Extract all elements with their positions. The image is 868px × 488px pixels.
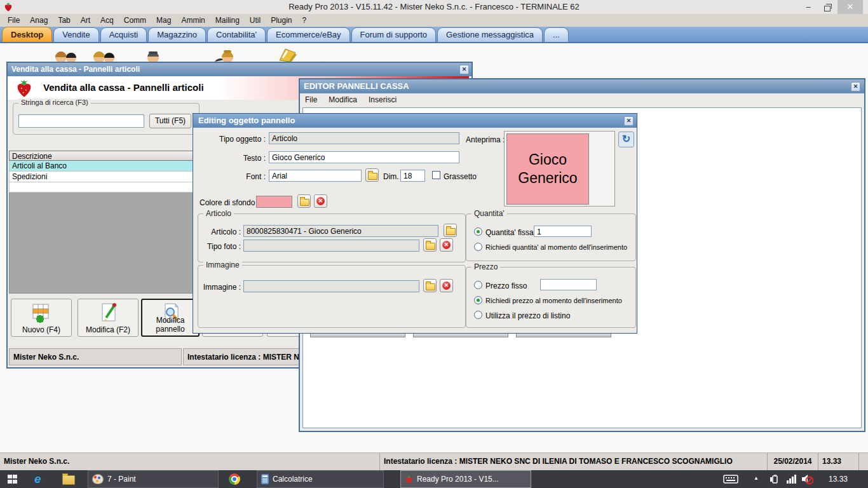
prezzo-fisso-field[interactable] (540, 279, 597, 290)
modifica-pannello-label: Modifica pannello (142, 316, 198, 334)
status-time: 13.33 (818, 453, 859, 470)
editor-menu-file[interactable]: File (305, 95, 317, 104)
immagine-browse-button[interactable] (423, 279, 437, 292)
editor-titlebar[interactable]: EDITOR PANNELLI CASSA (300, 79, 864, 93)
menu-help[interactable]: ? (297, 16, 312, 25)
app-title: Ready Pro 2013 - V15.11.42 - Mister Neko… (0, 0, 868, 14)
desktop-person-icon[interactable] (211, 48, 236, 62)
tab-vendite[interactable]: Vendite (53, 27, 98, 42)
tipo-foto-browse-button[interactable] (423, 238, 437, 252)
tab-contabilita[interactable]: Contabilita' (207, 27, 266, 42)
tab-more[interactable]: ... (544, 27, 569, 42)
restore-button[interactable] (818, 0, 836, 14)
network-signal-icon[interactable] (787, 475, 796, 484)
menu-util[interactable]: Util (245, 16, 266, 25)
tipo-foto-clear-button[interactable]: ✕ (440, 238, 453, 252)
clear-x-icon: ✕ (442, 281, 451, 290)
vendita-header-title: Vendita alla cassa - Pannelli articoli (43, 82, 204, 93)
prezzo-fisso-radio[interactable] (474, 281, 482, 289)
tipo-oggetto-field[interactable]: Articolo (269, 132, 459, 144)
quantita-richiedi-radio[interactable] (474, 243, 482, 251)
minimize-button[interactable]: – (799, 0, 817, 14)
chrome-icon[interactable] (229, 473, 240, 485)
desktop-book-icon[interactable] (277, 48, 297, 62)
dialog-titlebar[interactable]: Editing oggetto pannello (193, 114, 637, 128)
editor-close-icon[interactable]: ✕ (851, 82, 860, 92)
volume-muted-icon[interactable] (801, 473, 813, 485)
tab-magazzino[interactable]: Magazzino (148, 27, 206, 42)
tipo-foto-field[interactable] (243, 240, 419, 252)
list-header[interactable]: Descrizione (9, 151, 197, 161)
screen: Ready Pro 2013 - V15.11.42 - Mister Neko… (0, 0, 868, 488)
desktop-person-hat-icon[interactable] (144, 48, 163, 62)
menu-art[interactable]: Art (76, 16, 95, 25)
desktop-users-icon[interactable] (53, 48, 79, 62)
tray-expand-icon[interactable]: ▲ (754, 475, 759, 481)
menu-mag[interactable]: Mag (151, 16, 176, 25)
taskbar-clock[interactable]: 13.33 (829, 475, 848, 484)
immagine-clear-button[interactable]: ✕ (440, 279, 453, 292)
dim-label: Dim. (383, 172, 399, 181)
taskbar-calc-button[interactable]: Calcolatrice (257, 470, 384, 488)
menu-plugin[interactable]: Plugin (266, 16, 297, 25)
taskbar-readypro-button[interactable]: Ready Pro 2013 - V15... (400, 470, 531, 488)
testo-field[interactable]: Gioco Generico (269, 151, 459, 163)
vendita-close-icon[interactable]: ✕ (459, 65, 469, 74)
menu-anag[interactable]: Anag (25, 16, 53, 25)
menu-acq[interactable]: Acq (95, 16, 119, 25)
panel-button-top-3[interactable] (516, 333, 611, 337)
menu-mailing[interactable]: Mailing (210, 16, 245, 25)
desktop-users2-icon[interactable] (92, 48, 117, 62)
power-icon[interactable] (769, 474, 779, 484)
taskbar-paint-button[interactable]: 7 - Paint (88, 470, 219, 488)
quantita-group-label: Quantita' (471, 209, 507, 218)
prezzo-group-label: Prezzo (471, 262, 500, 271)
prezzo-richiedi-radio[interactable] (474, 296, 482, 304)
nuovo-button[interactable]: Nuovo (F4) (11, 299, 72, 337)
tab-ecommerce[interactable]: Ecommerce/eBay (267, 27, 350, 42)
touch-keyboard-icon[interactable] (723, 475, 738, 484)
status-date: 25/02/2014 (768, 453, 818, 470)
colore-browse-button[interactable] (297, 194, 311, 208)
close-button[interactable]: ✕ (837, 0, 863, 14)
panel-button-top-1[interactable] (310, 333, 405, 337)
immagine-field[interactable] (243, 280, 419, 292)
dim-field[interactable]: 18 (400, 170, 425, 182)
articolo-browse-button[interactable] (444, 224, 457, 237)
tab-acquisti[interactable]: Acquisti (100, 27, 147, 42)
folder-icon (62, 475, 75, 485)
search-input[interactable] (18, 114, 144, 128)
tab-messaggistica[interactable]: Gestione messaggistica (437, 27, 543, 42)
explorer-icon[interactable] (62, 475, 75, 485)
tab-forum[interactable]: Forum di supporto (351, 27, 437, 42)
articolo-field[interactable]: 8000825830471 - Gioco Generico (243, 225, 438, 237)
list-row-empty[interactable] (9, 182, 197, 193)
colore-clear-button[interactable]: ✕ (314, 194, 327, 208)
refresh-button[interactable]: ↻ (618, 132, 634, 147)
prezzo-richiedi-label: Richiedi prezzo al momento dell'inserime… (485, 297, 622, 304)
menu-file[interactable]: File (3, 16, 25, 25)
editor-menu-inserisci[interactable]: Inserisci (369, 95, 397, 104)
list-empty-area (9, 193, 197, 294)
list-row-spedizioni[interactable]: Spedizioni (9, 172, 197, 182)
modifica-button[interactable]: Modifica (F2) (78, 299, 139, 337)
menu-tab[interactable]: Tab (53, 16, 75, 25)
tab-desktop[interactable]: Desktop (2, 27, 52, 42)
ie-icon[interactable]: e (34, 472, 47, 486)
vendita-titlebar[interactable]: Vendita alla cassa - Pannelli articoli (8, 63, 471, 76)
tutti-button[interactable]: Tutti (F5) (149, 114, 191, 128)
grassetto-checkbox[interactable] (432, 171, 440, 179)
quantita-fissa-field[interactable]: 1 (534, 226, 592, 237)
prezzo-listino-radio[interactable] (474, 311, 482, 319)
menu-comm[interactable]: Comm (119, 16, 151, 25)
modifica-pannello-button[interactable]: Modifica pannello (141, 299, 200, 337)
panel-button-top-2[interactable] (413, 333, 508, 337)
start-button[interactable] (8, 475, 18, 484)
menu-ammin[interactable]: Ammin (176, 16, 210, 25)
quantita-fissa-radio[interactable] (474, 227, 482, 236)
dialog-close-icon[interactable]: ✕ (624, 116, 634, 126)
list-row-articoli[interactable]: Articoli al Banco (9, 161, 197, 172)
editor-menu-modifica[interactable]: Modifica (329, 95, 357, 104)
font-browse-button[interactable] (365, 168, 379, 182)
font-field[interactable]: Arial (269, 170, 362, 182)
